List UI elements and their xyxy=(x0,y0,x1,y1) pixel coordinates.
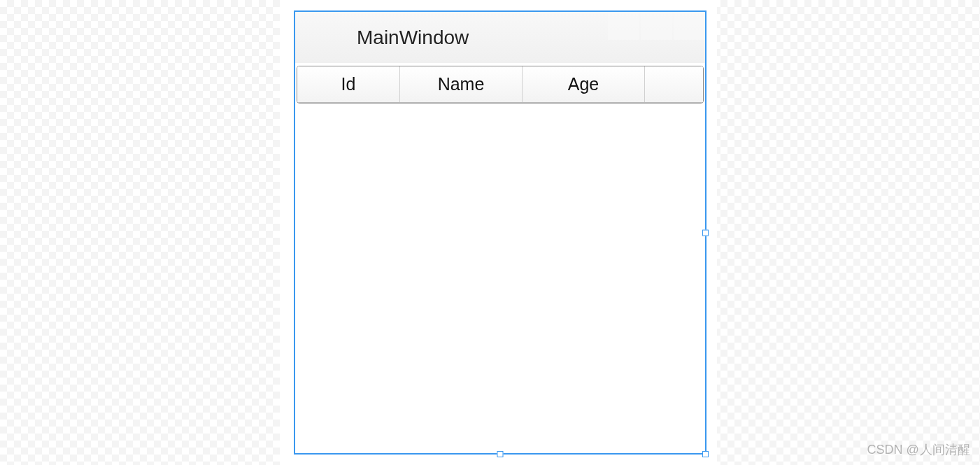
column-header-id[interactable]: Id xyxy=(297,66,400,102)
designer-canvas: MainWindow Id Name Age xyxy=(280,0,717,465)
maximize-button[interactable] xyxy=(641,12,672,40)
data-grid-header-row: Id Name Age xyxy=(297,66,703,103)
column-header-age[interactable]: Age xyxy=(523,66,645,102)
minimize-button[interactable] xyxy=(608,12,639,40)
data-grid[interactable]: Id Name Age xyxy=(297,66,704,103)
window-control-buttons xyxy=(606,12,705,63)
resize-handle-right[interactable] xyxy=(702,229,709,236)
window-titlebar: MainWindow xyxy=(295,12,705,63)
resize-handle-bottom[interactable] xyxy=(497,451,504,457)
column-header-extra[interactable] xyxy=(645,66,703,102)
resize-handle-corner[interactable] xyxy=(702,451,709,457)
main-window[interactable]: MainWindow Id Name Age xyxy=(294,10,706,455)
watermark-text: CSDN @ 人间清醒 xyxy=(867,441,970,458)
close-button[interactable] xyxy=(674,12,705,40)
column-header-name[interactable]: Name xyxy=(400,66,523,102)
window-title: MainWindow xyxy=(357,27,469,49)
window-client-area: Id Name Age xyxy=(295,63,705,106)
